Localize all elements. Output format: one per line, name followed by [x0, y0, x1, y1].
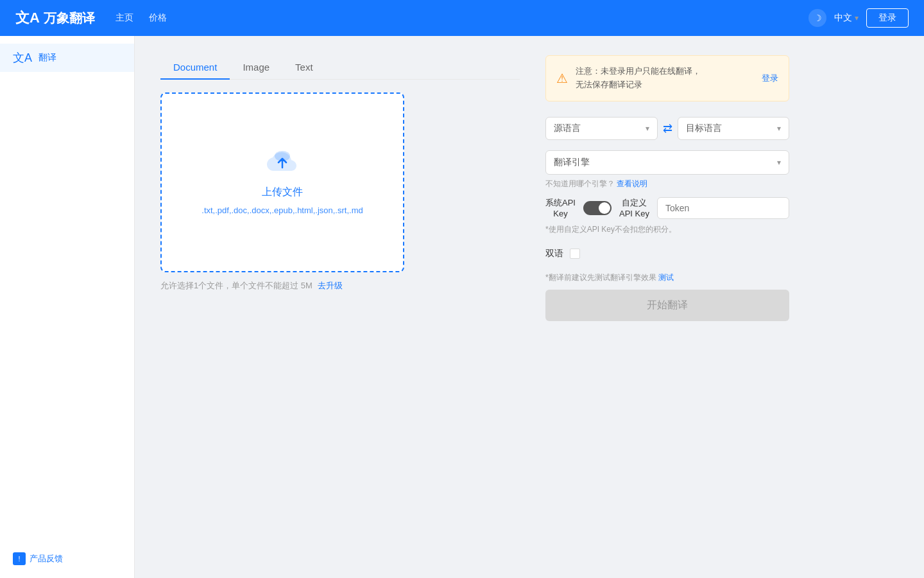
warning-line1: 注意：未登录用户只能在线翻译，: [576, 66, 701, 76]
svg-point-0: [275, 151, 290, 161]
translate-icon: 文A: [13, 50, 32, 66]
nav-home[interactable]: 主页: [116, 12, 133, 24]
translate-hint-text: *翻译前建议先测试翻译引擎效果: [545, 273, 656, 282]
left-panel: Document Image Text 上传文件 .txt,.pdf,.doc,…: [160, 55, 520, 559]
feedback-label: 产品反馈: [30, 553, 63, 565]
feedback-button[interactable]: ! 产品反馈: [13, 552, 63, 565]
engine-value: 翻译引擎: [554, 157, 590, 168]
current-lang-label: 中文: [834, 12, 852, 24]
upload-formats-label: .txt,.pdf,.doc,.docx,.epub,.html,.json,.…: [201, 206, 363, 215]
lang-chevron-icon: ▾: [855, 13, 859, 22]
start-translate-button[interactable]: 开始翻译: [545, 290, 789, 321]
logo-text: 万象翻译: [44, 10, 95, 27]
engine-select[interactable]: 翻译引擎 ▾: [545, 150, 789, 175]
target-language-select[interactable]: 目标语言 ▾: [678, 117, 790, 140]
theme-toggle-button[interactable]: ☽: [809, 9, 826, 27]
header-right: ☽ 中文 ▾ 登录: [809, 8, 909, 28]
main-nav: 主页 价格: [116, 12, 809, 24]
engine-hint: 不知道用哪个引擎？ 查看说明: [545, 179, 789, 189]
nav-price[interactable]: 价格: [149, 12, 167, 24]
login-button[interactable]: 登录: [866, 8, 909, 28]
language-selector[interactable]: 中文 ▾: [834, 12, 859, 24]
toggle-thumb: [599, 202, 610, 214]
sidebar-item-translate[interactable]: 文A 翻译: [0, 44, 134, 72]
engine-row: 翻译引擎 ▾ 不知道用哪个引擎？ 查看说明: [545, 150, 789, 189]
source-lang-chevron-icon: ▾: [646, 124, 649, 133]
api-note: *使用自定义API Key不会扣您的积分。: [545, 224, 789, 235]
swap-language-icon[interactable]: ⇄: [663, 121, 672, 136]
upgrade-link[interactable]: 去升级: [318, 280, 343, 292]
tab-text[interactable]: Text: [282, 55, 326, 79]
warning-icon: ⚠: [556, 71, 568, 86]
upload-label: 上传文件: [262, 186, 303, 199]
upload-cloud-icon: [267, 150, 298, 179]
bilingual-row: 双语: [545, 248, 789, 259]
toggle-track: [583, 201, 612, 215]
logo-icon: 文A: [15, 8, 40, 28]
warning-text: 注意：未登录用户只能在线翻译， 无法保存翻译记录: [576, 65, 754, 92]
bilingual-checkbox[interactable]: [570, 249, 580, 259]
engine-hint-text: 不知道用哪个引擎？: [545, 179, 615, 188]
token-input[interactable]: [657, 197, 789, 219]
tab-bar: Document Image Text: [160, 55, 520, 80]
warning-login-link[interactable]: 登录: [762, 73, 778, 84]
api-key-toggle[interactable]: [583, 201, 612, 215]
source-language-select[interactable]: 源语言 ▾: [545, 117, 658, 140]
right-panel: ⚠ 注意：未登录用户只能在线翻译， 无法保存翻译记录 登录 源语言 ▾ ⇄ 目标…: [545, 55, 789, 559]
warning-banner: ⚠ 注意：未登录用户只能在线翻译， 无法保存翻译记录 登录: [545, 55, 789, 101]
engine-chevron-icon: ▾: [777, 158, 781, 167]
language-row: 源语言 ▾ ⇄ 目标语言 ▾: [545, 117, 789, 140]
warning-line2: 无法保存翻译记录: [576, 80, 642, 89]
feedback-icon: !: [13, 552, 26, 565]
system-api-key-label: 系统API Key: [545, 197, 576, 218]
header: 文A 万象翻译 主页 价格 ☽ 中文 ▾ 登录: [0, 0, 924, 36]
main-content: Document Image Text 上传文件 .txt,.pdf,.doc,…: [135, 36, 924, 578]
sidebar: 文A 翻译: [0, 36, 135, 578]
sidebar-item-label: 翻译: [38, 52, 56, 64]
upload-hint: 允许选择1个文件，单个文件不能超过 5M 去升级: [160, 280, 520, 292]
tab-image[interactable]: Image: [230, 55, 282, 79]
api-key-row: 系统API Key 自定义 API Key: [545, 197, 789, 219]
target-lang-chevron-icon: ▾: [777, 124, 781, 133]
test-link[interactable]: 测试: [658, 273, 674, 282]
bilingual-label: 双语: [545, 248, 563, 259]
logo: 文A 万象翻译: [15, 8, 95, 28]
upload-dropzone[interactable]: 上传文件 .txt,.pdf,.doc,.docx,.epub,.html,.j…: [160, 92, 404, 272]
target-lang-value: 目标语言: [686, 123, 722, 134]
source-lang-value: 源语言: [554, 123, 581, 134]
engine-hint-link[interactable]: 查看说明: [617, 179, 647, 188]
custom-api-key-label: 自定义 API Key: [619, 197, 649, 218]
tab-document[interactable]: Document: [160, 55, 230, 79]
upload-hint-text: 允许选择1个文件，单个文件不能超过 5M: [160, 280, 312, 292]
translate-hint: *翻译前建议先测试翻译引擎效果 测试: [545, 272, 789, 283]
